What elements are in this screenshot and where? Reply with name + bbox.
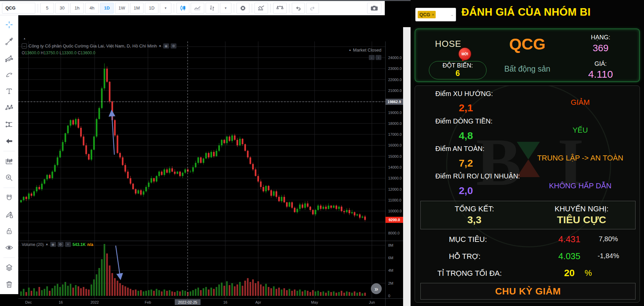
interval-dropdown-caret-icon[interactable]: ▼ [160,3,171,14]
last-price-label: 9200.0 [385,217,403,223]
volume-bar [260,284,262,296]
indicators-icon[interactable] [254,3,268,14]
chart-canvas[interactable]: 8000.010000.011000.012000.013000.014000.… [18,41,403,306]
volume-bar [117,281,118,296]
style-dropdown-caret-icon[interactable]: ▼ [220,3,231,14]
price-tick: 11000.0 [388,198,401,202]
volume-bar [348,292,350,296]
arrow-tool-icon[interactable] [4,136,14,146]
ticker-caret-icon[interactable]: ⌄ [451,13,454,17]
volume-bar [307,291,308,296]
price-tick: 12000.0 [388,187,402,191]
candlestick-chart[interactable]: 8000.010000.011000.012000.013000.014000.… [18,41,403,306]
interval-1w[interactable]: 1W [115,3,129,14]
brush-icon[interactable] [4,70,14,79]
watchlist-collapse-icon[interactable]: ▴ [24,37,25,40]
volume-bar [317,291,319,296]
trend-score-value: 2,1 [435,102,496,114]
candle [153,178,155,181]
volume-close-icon[interactable]: × [65,242,71,247]
volume-eye-icon[interactable]: ◉ [50,242,56,247]
candle [346,210,348,212]
scale-down-icon[interactable]: ↓ [369,55,375,60]
interval-5[interactable]: 5 [40,3,54,14]
candle [93,137,95,150]
candle [52,172,53,178]
volume-indicator-legend[interactable]: Volume (20) ▼ ◉ ⚙ × 543.1K n/a [22,242,93,247]
interval-1d2[interactable]: 1D [145,3,158,14]
exchange-label: HOSE [435,39,461,49]
chart-legend[interactable]: – Công ty Cổ phần Quốc Cường Gia Lai, Vi… [22,43,176,49]
gear-icon[interactable] [236,3,249,14]
volume-bar [80,288,82,296]
ticker-remove-icon[interactable]: × [432,13,434,17]
volume-bar [195,289,196,296]
interval-1h[interactable]: 1h [70,3,84,14]
volume-bar [151,289,152,296]
remove-drawings-icon[interactable] [4,280,14,289]
text-tool-icon[interactable] [4,87,14,96]
volume-caret-icon[interactable]: ▼ [45,243,49,246]
undo-icon[interactable] [292,3,305,14]
candle [234,135,235,140]
candle [205,153,207,158]
drawing-lock-icon[interactable] [4,210,14,219]
candle [343,211,345,212]
candlestick-style-icon[interactable] [176,3,189,14]
legend-settings-icon[interactable]: ⚙ [171,43,176,49]
legend-eye-icon[interactable]: ◉ [163,43,169,49]
object-tree-icon[interactable] [4,263,14,272]
legend-caret-icon[interactable]: ▼ [158,44,162,48]
volume-bar [111,273,113,296]
candle [78,119,79,128]
volume-settings-icon[interactable]: ⚙ [58,242,63,247]
lock-all-icon[interactable] [4,226,14,236]
volume-bar [96,274,97,296]
camera-icon[interactable] [367,3,381,14]
ticker-select[interactable]: QCG × ⌄ [415,8,456,21]
volume-bar [356,293,358,296]
bar-pattern-icon[interactable] [4,156,14,166]
volume-bar [236,284,238,296]
candle [28,194,30,199]
volume-bar [36,291,38,296]
ticker-tag[interactable]: QCG × [418,11,436,18]
target-percent: 7,80% [593,235,624,243]
volume-bar [283,288,285,296]
interval-4h[interactable]: 4h [85,3,99,14]
scale-auto-icon[interactable]: ↕ [376,55,381,60]
xabcd-pattern-icon[interactable] [4,103,14,113]
cycle-banner[interactable]: CHU KỲ GIẢM [420,283,636,300]
volume-bar [28,288,30,296]
candle [125,165,126,172]
candle [197,157,199,163]
volume-bar [176,291,178,296]
hide-all-icon[interactable] [4,243,14,252]
safety-score-value: 7,2 [435,157,496,169]
volume-bar [182,290,184,296]
chart-legend-title[interactable]: Công ty Cổ phần Quốc Cường Gia Lai, Việt… [29,43,157,49]
bars-compare-icon[interactable] [206,3,219,14]
line-chart-style-icon[interactable] [191,3,204,14]
legend-collapse-icon[interactable]: – [22,43,27,49]
crosshair-icon[interactable] [4,20,14,30]
trend-line-icon[interactable] [4,37,14,46]
forecast-tool-icon[interactable] [4,120,14,129]
interval-1d-active[interactable]: 1D [100,3,114,14]
symbol-search-button[interactable]: QCG [2,3,35,14]
volume-bar [341,291,342,296]
volume-bar [278,288,280,296]
zoom-in-icon[interactable] [4,173,14,183]
risk-assessment: KHÔNG HẤP DẪN [527,181,633,190]
stock-symbol: QCG [483,35,571,53]
candle [80,128,82,137]
volume-bar [179,291,181,296]
magnet-icon[interactable] [4,193,14,203]
pitchfork-icon[interactable] [4,53,14,63]
redo-icon[interactable] [306,3,319,14]
interval-1m[interactable]: 1M [130,3,144,14]
compare-scales-icon[interactable] [273,3,287,14]
candle [114,120,116,135]
interval-30[interactable]: 30 [55,3,69,14]
volume-bar [54,286,56,296]
